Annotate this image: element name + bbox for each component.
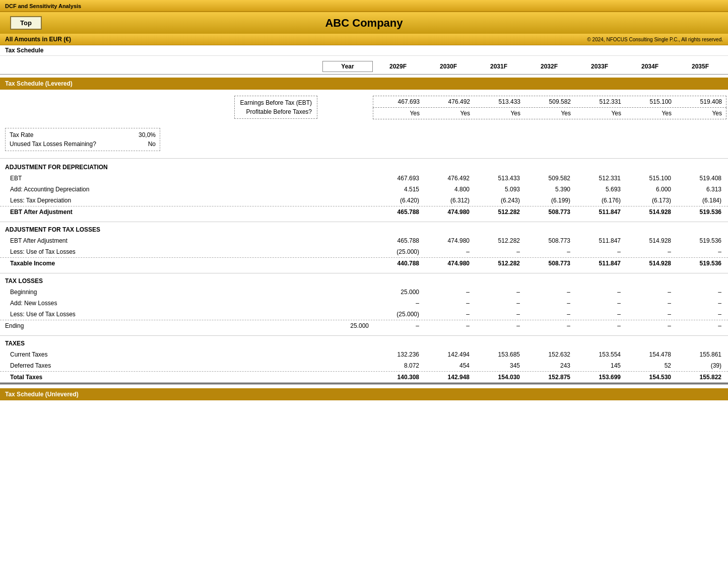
deferred-taxes-row: Deferred Taxes 8.072 454 345 243 145 52 … [0, 360, 728, 372]
adj-tax-header: ADJUSTMENT FOR TAX LOSSES [0, 224, 728, 235]
subtitle-bar: All Amounts in EUR (€) © 2024, NFOCUS Co… [0, 34, 728, 45]
unused-tax-value: No [125, 140, 156, 148]
adj-dep-ebt-2031: 513.433 [474, 174, 524, 183]
adj-tax-less-row: Less: Use of Tax Losses (25.000) – – – –… [0, 246, 728, 258]
col-2029: 2029F [373, 61, 423, 72]
tax-rate-value: 30,0% [125, 131, 156, 138]
tax-losses-beg-row: Beginning 25.000 – – – – – – [0, 287, 728, 298]
ebt-2034: 515.100 [625, 97, 676, 106]
col-2030: 2030F [423, 61, 474, 72]
ebt-2030: 476.492 [424, 97, 474, 106]
adj-dep-ebt-row: EBT 467.693 476.492 513.433 509.582 512.… [0, 173, 728, 184]
adj-tax-losses-section: ADJUSTMENT FOR TAX LOSSES EBT After Adju… [0, 222, 728, 269]
app-title-bar: DCF and Sensitivity Analysis [0, 0, 728, 12]
current-taxes-row: Current Taxes 132.236 142.494 153.685 15… [0, 349, 728, 360]
top-button[interactable]: Top [10, 16, 42, 30]
company-name: ABC Company [325, 17, 403, 29]
app-title: DCF and Sensitivity Analysis [5, 3, 81, 9]
adj-dep-add-label: Add: Accounting Depreciation [0, 186, 322, 193]
ebt-2035: 519.408 [676, 97, 726, 106]
section-header-unlevered: Tax Schedule (Unlevered) [0, 388, 728, 400]
tax-losses-section: TAX LOSSES Beginning 25.000 – – – – – – … [0, 273, 728, 331]
year-header-row: Year 2029F 2030F 2031F 2032F 2033F 2034F… [0, 56, 728, 75]
col-2033: 2033F [574, 61, 625, 72]
tax-losses-end-row: Ending 25.000 – – – – – – – [0, 320, 728, 331]
tax-rate-box: Tax Rate 30,0% Unused Tax Losses Remaini… [5, 128, 160, 151]
main-content: Year 2029F 2030F 2031F 2032F 2033F 2034F… [0, 56, 728, 400]
prof-2032: Yes [524, 109, 575, 118]
total-taxes-row: Total Taxes 140.308 142.948 154.030 152.… [0, 372, 728, 384]
taxes-header: TAXES [0, 338, 728, 349]
col-2035: 2035F [675, 61, 725, 72]
taxes-section: TAXES Current Taxes 132.236 142.494 153.… [0, 335, 728, 384]
prof-2033: Yes [575, 109, 625, 118]
unused-tax-label: Unused Tax Losses Remaining? [10, 140, 125, 148]
adj-dep-ebt-label: EBT [0, 175, 322, 182]
profitable-label: Profitable Before Taxes? [240, 107, 312, 116]
ebt-label: Earnings Before Tax (EBT) [240, 98, 312, 107]
prof-2030: Yes [424, 109, 474, 118]
adj-dep-less-row: Less: Tax Depreciation (6.420) (6.312) (… [0, 195, 728, 206]
tax-rate-label: Tax Rate [10, 131, 125, 138]
ebt-section: Earnings Before Tax (EBT) Profitable Bef… [0, 94, 728, 122]
tax-losses-header: TAX LOSSES [0, 275, 728, 287]
prof-2031: Yes [474, 109, 524, 118]
ebt-2029: 467.693 [373, 97, 424, 106]
adj-dep-total-label: EBT After Adjustment [0, 208, 322, 216]
adj-dep-header: ADJUSTMENT FOR DEPRECIATION [0, 162, 728, 173]
prof-2029: Yes [373, 109, 424, 118]
taxable-income-row: Taxable Income 440.788 474.980 512.282 5… [0, 258, 728, 269]
year-label-cell: Year [322, 61, 373, 72]
col-2032: 2032F [524, 61, 574, 72]
adj-dep-ebt-2034: 515.100 [625, 174, 675, 183]
adj-dep-ebt-2029: 467.693 [373, 174, 423, 183]
col-2034: 2034F [625, 61, 675, 72]
ending-label-value: 25.000 [322, 322, 373, 329]
prof-2035: Yes [676, 109, 726, 118]
ebt-2031: 513.433 [474, 97, 524, 106]
adj-dep-less-label: Less: Tax Depreciation [0, 197, 322, 204]
page-label: Tax Schedule [5, 47, 43, 54]
ebt-2033: 512.331 [575, 97, 625, 106]
adj-dep-ebt-2035: 519.408 [675, 174, 725, 183]
adj-dep-total-row: EBT After Adjustment 465.788 474.980 512… [0, 206, 728, 218]
tax-losses-less-row: Less: Use of Tax Losses (25.000) – – – –… [0, 309, 728, 320]
adj-dep-ebt-2032: 509.582 [524, 174, 574, 183]
adj-depreciation-section: ADJUSTMENT FOR DEPRECIATION EBT 467.693 … [0, 158, 728, 218]
copyright: © 2024, NFOCUS Consulting Single P.C., A… [587, 37, 723, 42]
amounts-label: All Amounts in EUR (€) [5, 36, 71, 43]
adj-dep-add-row: Add: Accounting Depreciation 4.515 4.800… [0, 184, 728, 195]
prof-2034: Yes [625, 109, 676, 118]
col-2031: 2031F [474, 61, 524, 72]
adj-dep-ebt-2033: 512.331 [574, 174, 625, 183]
ebt-2032: 509.582 [524, 97, 575, 106]
section-header-levered: Tax Schedule (Levered) [0, 78, 728, 90]
adj-dep-ebt-2030: 476.492 [423, 174, 474, 183]
adj-tax-ebt-row: EBT After Adjustment 465.788 474.980 512… [0, 235, 728, 246]
tax-losses-add-row: Add: New Losses – – – – – – – [0, 298, 728, 309]
